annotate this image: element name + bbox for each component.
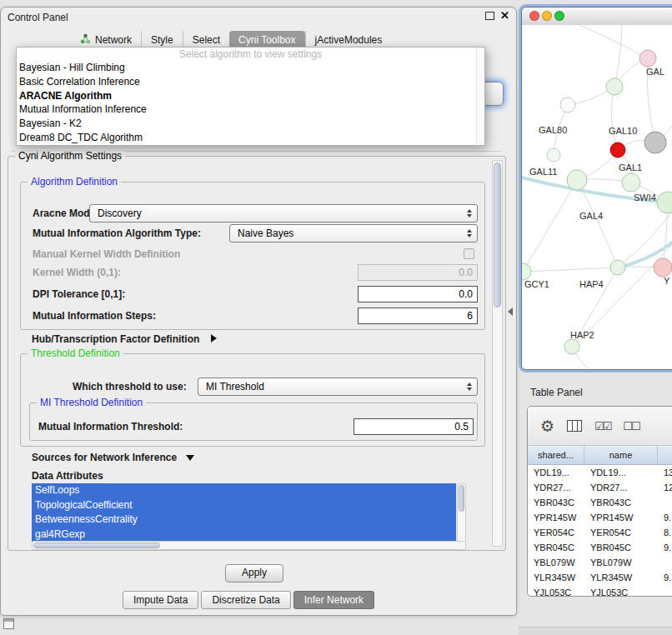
network-node[interactable] — [547, 148, 560, 162]
table-cell: 13 — [658, 468, 672, 478]
table-cell: YDL19... — [584, 468, 658, 478]
dropdown-item-bayesian-hill-climbing[interactable]: Bayesian - Hill Climbing — [17, 61, 484, 75]
mi-type-combo[interactable]: Naive Bayes — [229, 224, 478, 242]
network-node[interactable] — [567, 170, 587, 190]
column-header-name[interactable]: name — [584, 446, 658, 464]
tab-label: Network — [95, 34, 132, 46]
network-node[interactable] — [622, 173, 640, 192]
network-node[interactable] — [644, 132, 666, 153]
table-row[interactable]: YBL079WYBL079W — [528, 555, 672, 570]
dropdown-item-mutual-information-inference[interactable]: Mutual Information Inference — [17, 102, 484, 117]
node-label: GCY1 — [524, 279, 549, 289]
network-node[interactable] — [560, 98, 575, 112]
which-threshold-combo[interactable]: MI Threshold — [198, 378, 478, 396]
table-cell: YBR043C — [584, 498, 658, 508]
attribute-item-betweennesscentrality[interactable]: BetweennessCentrality — [32, 512, 456, 528]
cyni-algorithm-settings-frame: Cyni Algorithm Settings Algorithm Defini… — [8, 156, 506, 551]
network-node[interactable] — [654, 258, 672, 277]
sources-section-header[interactable]: Sources for Network Inference — [32, 452, 194, 463]
dropdown-item-aracne-algorithm[interactable]: ARACNE Algorithm — [17, 89, 484, 103]
splitter-collapse-arrow[interactable] — [508, 308, 513, 316]
settings-scrollbar-thumb[interactable] — [494, 162, 501, 308]
table-row[interactable]: YBR043CYBR043C — [528, 495, 672, 510]
dropdown-item-bayesian-k2[interactable]: Bayesian - K2 — [17, 117, 484, 131]
settings-scrollbar[interactable] — [492, 160, 503, 547]
columns-icon[interactable] — [567, 420, 582, 432]
network-node[interactable] — [522, 263, 531, 280]
empty-boxes-icon[interactable]: ☐☐ — [623, 420, 639, 432]
control-panel-window: Control Panel ✕ NetworkStyleSelectCyni T… — [0, 7, 517, 616]
table-cell: YJL053C — [528, 588, 584, 597]
table-cell: YBR043C — [528, 498, 584, 508]
attribute-item-topologicalcoefficient[interactable]: TopologicalCoefficient — [32, 498, 456, 513]
node-label: GAL4 — [579, 211, 603, 221]
attributes-hscrollbar-thumb[interactable] — [33, 542, 160, 548]
table-row[interactable]: YBR045CYBR045C9. — [528, 540, 672, 555]
column-header-extra[interactable] — [658, 446, 672, 464]
dropdown-scrollbar[interactable] — [476, 48, 484, 145]
network-node[interactable] — [610, 142, 625, 158]
mi-steps-input[interactable] — [358, 308, 478, 324]
tab-label: Cyni Toolbox — [238, 34, 295, 46]
dropdown-placeholder: Select algorithm to view settings — [17, 48, 484, 61]
network-edge — [523, 268, 618, 272]
network-canvas[interactable]: GALGAL80GAL10GAL11GAL1SWI4GAL4GCY1HAP4YH… — [522, 25, 672, 368]
threshold-definition-frame: Threshold Definition Which threshold to … — [20, 353, 485, 447]
attribute-item-selfloops[interactable]: SelfLoops — [32, 483, 456, 498]
aracne-mode-combo[interactable]: Discovery — [89, 204, 478, 222]
gear-icon[interactable]: ⚙ — [540, 418, 554, 434]
mi-threshold-input[interactable] — [354, 418, 474, 435]
mac-minimize-light[interactable] — [542, 11, 552, 21]
apply-button[interactable]: Apply — [225, 564, 283, 582]
dropdown-item-basic-correlation-inference[interactable]: Basic Correlation Inference — [17, 75, 484, 89]
attributes-hscrollbar[interactable] — [32, 541, 466, 550]
table-cell: YLR345W — [528, 572, 584, 582]
table-row[interactable]: YLR345WYLR345W9. — [528, 570, 672, 585]
kernel-width-input — [358, 264, 478, 281]
which-threshold-label: Which threshold to use: — [73, 381, 187, 392]
node-label: GAL — [646, 67, 664, 77]
network-node[interactable] — [610, 260, 625, 275]
table-row[interactable]: YDL19...YDL19...13 — [528, 465, 672, 480]
which-threshold-value: MI Threshold — [206, 381, 264, 392]
table-cell: YBL079W — [528, 558, 584, 568]
bottom-tab-impute-data[interactable]: Impute Data — [123, 591, 198, 609]
dropdown-items: Bayesian - Hill ClimbingBasic Correlatio… — [17, 61, 484, 145]
node-label: SWI4 — [634, 192, 656, 202]
table-cell: YBR045C — [528, 542, 584, 552]
bottom-tab-infer-network[interactable]: Infer Network — [293, 591, 374, 609]
table-row[interactable]: YDR27...YDR27...12 — [528, 480, 672, 495]
mac-close-light[interactable] — [529, 11, 539, 21]
dpi-tolerance-label: DPI Tolerance [0,1]: — [33, 288, 125, 300]
data-attributes-list: SelfLoopsTopologicalCoefficientBetweenne… — [32, 483, 456, 542]
table-cell: 8. — [658, 528, 672, 538]
table-row[interactable]: YJL053CYJL053C — [528, 585, 672, 597]
hub-section-header[interactable]: Hub/Transcription Factor Definition — [32, 333, 217, 345]
kernel-width-label: Kernel Width (0,1): — [33, 267, 121, 278]
dpi-tolerance-input[interactable] — [358, 286, 478, 302]
tab-label: Select — [193, 34, 220, 46]
column-header-shared-[interactable]: shared... — [528, 446, 584, 464]
mac-zoom-light[interactable] — [554, 11, 564, 21]
attributes-vscrollbar-thumb[interactable] — [459, 485, 464, 512]
network-node[interactable] — [657, 192, 672, 213]
node-label: GAL80 — [539, 125, 567, 135]
bottom-tab-discretize-data[interactable]: Discretize Data — [201, 591, 290, 609]
network-node[interactable] — [564, 339, 579, 354]
network-node[interactable] — [606, 78, 623, 95]
tab-label: jActiveModules — [315, 34, 383, 46]
attributes-vscrollbar[interactable] — [457, 483, 466, 542]
table-row[interactable]: YER054CYER054C8. — [528, 525, 672, 540]
table-cell: YDR27... — [584, 482, 658, 492]
dropdown-item-dream8-dc-tdc-algorithm[interactable]: Dream8 DC_TDC Algorithm — [17, 131, 484, 145]
network-edge — [523, 180, 577, 272]
close-icon[interactable]: ✕ — [500, 11, 509, 21]
checked-boxes-icon[interactable]: ☑☑ — [594, 420, 610, 432]
docked-panel-icon[interactable] — [3, 618, 14, 629]
attribute-item-gal4rgexp[interactable]: gal4RGexp — [32, 528, 456, 542]
float-window-icon[interactable] — [485, 12, 494, 20]
table-row[interactable]: YPR145WYPR145W9. — [528, 510, 672, 525]
network-node[interactable] — [639, 50, 656, 67]
bottom-status-strip — [519, 627, 672, 635]
mi-threshold-legend: MI Threshold Definition — [37, 397, 146, 408]
